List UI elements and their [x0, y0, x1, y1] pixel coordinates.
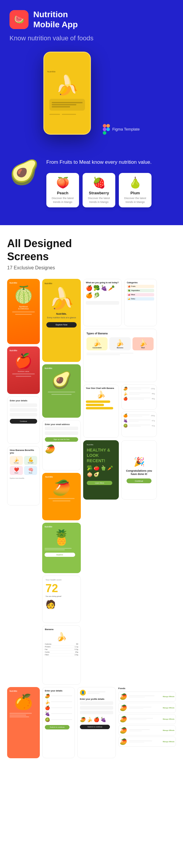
- mango-item-2: 🍌89g: [123, 392, 155, 396]
- nutri-row-5: Fiber2.6g: [45, 653, 78, 656]
- what-eating-title: What are you going to eat today?: [86, 281, 119, 284]
- screen-what-eating: What are you going to eat today? 🍎 🥦 🍇 🥕…: [83, 279, 122, 326]
- s-item-3: 🍎: [45, 706, 72, 710]
- apple-text: Nutrition value: [18, 371, 29, 372]
- strawberry-title: Strawberry: [85, 191, 112, 195]
- profile-food-row: 🥭 🍌 🍎 🍇: [80, 717, 113, 722]
- screen-72: Your health score 72 You are doing great…: [42, 576, 81, 623]
- eating-input[interactable]: [86, 301, 119, 305]
- nutri-list: Calories89 Protein1.1g Fat0.3g Carbs23g …: [45, 643, 78, 656]
- avocado-emoji: 🥑: [9, 158, 39, 186]
- profile-btn[interactable]: Submit to continue: [80, 725, 110, 729]
- congrats-btn[interactable]: Continue: [127, 478, 152, 483]
- orange-tall-emoji: 🍊: [9, 693, 37, 711]
- o-item-2: 🍇67g: [123, 418, 155, 423]
- bar2: [15, 314, 32, 315]
- food-item-2[interactable]: 🥭Mango Whole: [118, 703, 176, 713]
- peach-desc: Discover the latest trends in Mango: [49, 196, 76, 204]
- phone-line-2: [52, 104, 77, 105]
- screen-nutri-3: NutriMe: [45, 282, 52, 284]
- ot-bar3: [9, 716, 29, 717]
- orange-list: 🍊100g 🍇67g 🥝61g: [123, 413, 155, 428]
- peach-title: Peach: [49, 191, 76, 195]
- banana-title: Banana: [45, 628, 78, 631]
- phone-banana-emoji: 🍌: [55, 74, 79, 96]
- banana-types-row: 🍌 Cavendish 🍌 Banana 🍌 Red: [86, 337, 154, 350]
- size-bar3: [86, 407, 113, 409]
- phone-rating-bar: [49, 114, 60, 115]
- congrats-text: Congratulations you have done it!: [125, 469, 153, 476]
- bar1: [12, 311, 34, 312]
- profile-input-2[interactable]: [80, 706, 113, 710]
- form-submit-btn[interactable]: Continue: [10, 419, 37, 424]
- score-number: 72: [46, 582, 78, 595]
- banana-info: [86, 353, 154, 355]
- pine-btn[interactable]: Explore: [45, 553, 75, 557]
- explore-btn[interactable]: Explore Now: [46, 322, 77, 328]
- o-item-3: 🥝61g: [123, 424, 155, 428]
- cat-dairy[interactable]: 🧀Dairy: [127, 297, 154, 301]
- plum-desc: Discover the latest trends in Mango: [122, 196, 149, 204]
- congrats-emoji: 🎉: [134, 457, 145, 467]
- food-item-5[interactable]: 🥭Mango Whole: [118, 737, 176, 747]
- h-f-2: 🍅: [94, 465, 100, 471]
- profile-input-3[interactable]: [80, 711, 113, 714]
- phone-rating-bar2: [62, 114, 76, 115]
- food-item-1[interactable]: 🥭Mango Whole: [118, 691, 176, 702]
- bar3: [12, 373, 34, 374]
- mango-item-1: 🥭120g: [123, 386, 155, 391]
- right-row-1: What are you going to eat today? 🍎 🥦 🍇 🥕…: [83, 279, 176, 326]
- form2-title: Enter your email address: [45, 423, 78, 425]
- healthy-btn-label: Learn More: [95, 482, 104, 484]
- scroll-btn[interactable]: Submit to continue: [45, 725, 70, 730]
- scroll-list: 🥭 🍌 🍎 🍇 🥝: [45, 693, 72, 722]
- nutri-row-3: Fat0.3g: [45, 648, 78, 651]
- all-screens-grid: NutriMe 🍈 Nutritious& Delicious NutriMe …: [7, 279, 176, 685]
- screens-subtitle: 17 Exclusive Designes: [7, 265, 176, 271]
- food-item-3[interactable]: 🥭Mango Whole: [118, 714, 176, 724]
- screens-title: All Designed Screens: [7, 237, 176, 262]
- screen-profile: 👤 Enter your profile details 🥭 🍌 🍎 🍇 Sub: [77, 687, 116, 758]
- chart-banana-emoji: 🍌: [86, 391, 116, 399]
- food-card-plum[interactable]: 🍐 Plum Discover the latest trends in Man…: [119, 173, 152, 207]
- pass-input[interactable]: [45, 431, 78, 435]
- b-info-bar2: [86, 354, 120, 355]
- nutri-row-1: Calories89: [45, 643, 78, 646]
- papaya-text: Nutritious& Delicious: [18, 306, 28, 310]
- h-f-4: 🥕: [107, 465, 113, 471]
- banana-type-3: 🍌 Red: [132, 337, 154, 350]
- b-type-name-2: Banana: [111, 347, 129, 348]
- cat-fruits[interactable]: 🍎Fruits: [127, 285, 154, 288]
- size-chart-title: Your Size Chart with Banana: [86, 387, 116, 389]
- screen-nutri-5: NutriMe: [45, 476, 53, 478]
- healthy-btn[interactable]: Learn More: [87, 481, 112, 485]
- form2-btn[interactable]: Sign up now for free: [45, 437, 78, 442]
- scroll-title: Enter your details: [45, 690, 72, 692]
- screen-banana-yellow: NutriMe 🍌 NutriMe. Every nutrition facts…: [42, 279, 81, 362]
- s-item-4: 🍇: [45, 711, 72, 716]
- profile-input-1[interactable]: [80, 701, 113, 705]
- food-e-4: 🥕: [108, 285, 115, 291]
- app-title-text: NutritionMobile App: [33, 9, 78, 29]
- screen-categories: Categories 🍎Fruits 🥦Vegetables 🥩Meat 🧀Da…: [124, 279, 157, 326]
- food-item-4[interactable]: 🥭Mango Whole: [118, 725, 176, 735]
- screen-size-chart: Your Size Chart with Banana 🍌: [83, 384, 119, 438]
- svg-rect-3: [106, 128, 110, 131]
- banana-type-1: 🍌 Cavendish: [86, 337, 108, 350]
- cat-meat[interactable]: 🥩Meat: [127, 293, 154, 297]
- benefit-2: 💪Strength: [24, 456, 37, 465]
- food-card-peach[interactable]: 🍑 Peach Discover the latest trends in Ma…: [46, 173, 79, 207]
- screens-section: All Designed Screens 17 Exclusive Design…: [0, 225, 183, 770]
- screen-list1: How Banana Benefits you 🍌Energy 💪Strengt…: [7, 446, 40, 505]
- screen-apple: NutriMe 🍎 Nutrition value: [7, 346, 40, 394]
- cat-vegetables[interactable]: 🥦Vegetables: [127, 289, 154, 292]
- healthy-title: HEALTHY & LOOK RECENT!: [87, 447, 115, 464]
- b-type-emoji-3: 🍌: [134, 339, 152, 347]
- screens-col-mid: NutriMe 🍌 NutriMe. Every nutrition facts…: [42, 279, 81, 685]
- food-card-strawberry[interactable]: 🍓 Strawberry Discover the latest trends …: [83, 173, 115, 207]
- size-bar1: [86, 401, 110, 403]
- benefits-label: Explore more benefits: [10, 477, 37, 479]
- phone-line-3: [52, 106, 71, 107]
- screen-nutri-6: NutriMe: [45, 526, 78, 528]
- email-input[interactable]: [45, 427, 78, 430]
